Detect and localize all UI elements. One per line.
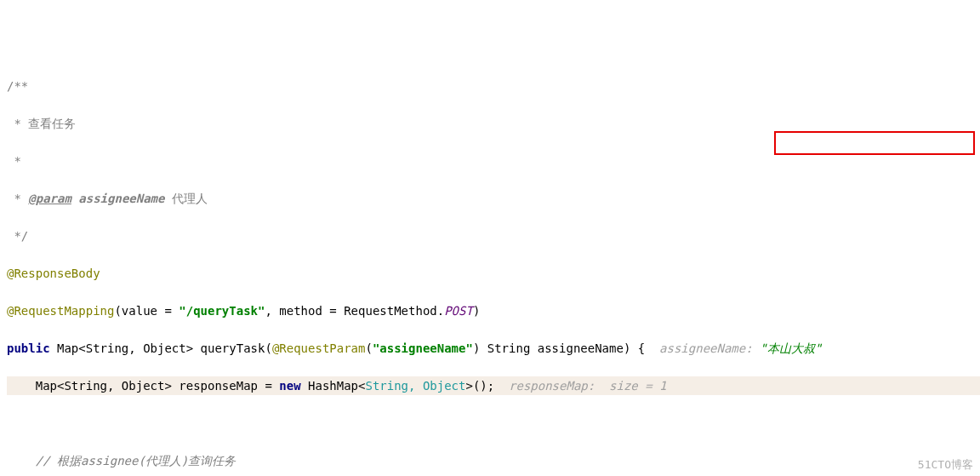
comment: * 查看任务 <box>7 117 76 130</box>
annotation: @ResponseBody <box>7 267 100 280</box>
code-line: @RequestMapping(value = "/queryTask", me… <box>7 301 980 320</box>
code-line: * <box>7 152 980 170</box>
code-line: */ <box>7 227 980 245</box>
code-token: (value = <box>114 304 179 318</box>
string-literal: "/queryTask" <box>179 304 265 318</box>
string-literal: "assigneeName" <box>373 341 473 355</box>
code-line: @ResponseBody <box>7 264 980 283</box>
debug-hint: responseMap: size = 1 <box>509 379 666 393</box>
comment: /** <box>7 79 28 93</box>
code-token: HashMap< <box>301 379 366 393</box>
code-token: , method = RequestMethod. <box>265 304 444 318</box>
annotation: @RequestMapping <box>7 304 114 318</box>
comment: */ <box>7 229 28 243</box>
comment: * <box>7 154 21 168</box>
code-line <box>7 414 980 433</box>
code-token: >(); <box>465 379 509 393</box>
code-line: Map<String, Object> responseMap = new Ha… <box>7 376 980 395</box>
static-field: POST <box>444 304 473 318</box>
code-line: /** <box>7 77 980 95</box>
debug-hint-value: "本山大叔" <box>760 341 822 355</box>
keyword: public <box>7 341 50 355</box>
code-line: // 根据assignee(代理人)查询任务 <box>7 451 980 470</box>
debug-hint: assigneeName: <box>659 341 760 355</box>
code-token: ) <box>473 304 480 318</box>
blank <box>7 416 14 430</box>
code-line: * 查看任务 <box>7 114 980 133</box>
generic-type: String, Object <box>365 379 465 393</box>
code-token: ) String assigneeName) { <box>473 341 659 355</box>
code-token: Map<String, Object> queryTask( <box>50 341 272 355</box>
code-editor[interactable]: /** * 查看任务 * * @param assigneeName 代理人 *… <box>0 54 980 476</box>
code-token: Map<String, Object> responseMap = <box>7 379 279 393</box>
annotation: @RequestParam <box>272 341 366 355</box>
code-line: * @param assigneeName 代理人 <box>7 189 980 208</box>
line-comment: // 根据assignee(代理人)查询任务 <box>7 454 236 467</box>
comment: * <box>7 192 28 205</box>
code-token: ( <box>365 341 372 355</box>
code-line: public Map<String, Object> queryTask(@Re… <box>7 339 980 358</box>
keyword: new <box>279 379 300 393</box>
javadoc-param-name: assigneeName <box>78 192 164 205</box>
comment: 代理人 <box>164 192 207 205</box>
javadoc-param-tag: @param <box>28 192 71 205</box>
watermark: 51CTO博客 <box>918 457 973 473</box>
